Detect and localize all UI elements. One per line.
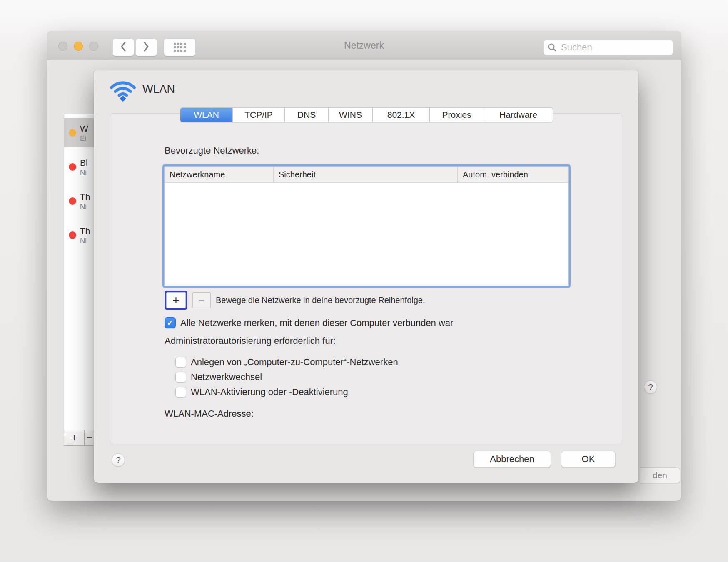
grid-icon xyxy=(174,43,186,52)
sidebar-item-wlan[interactable]: W Ei xyxy=(64,118,94,147)
sidebar-item-2[interactable]: Bl Ni xyxy=(64,152,94,182)
close-window-button[interactable] xyxy=(58,42,67,51)
tab-hardware[interactable]: Hardware xyxy=(484,108,553,122)
service-status: Ei xyxy=(80,134,88,143)
ok-button[interactable]: OK xyxy=(561,451,616,468)
tab-wlan[interactable]: WLAN xyxy=(180,108,233,122)
chevron-right-icon xyxy=(142,41,150,54)
remove-service-button[interactable]: − xyxy=(85,430,94,445)
add-network-button[interactable]: + xyxy=(166,292,186,308)
window-help-button[interactable]: ? xyxy=(644,380,657,394)
service-status: Ni xyxy=(80,236,90,245)
tab-proxies[interactable]: Proxies xyxy=(430,108,484,122)
tab-dns[interactable]: DNS xyxy=(285,108,329,122)
admin-option-row: Anlegen von „Computer-zu-Computer“-Netzw… xyxy=(175,357,398,368)
titlebar: Netzwerk xyxy=(47,31,681,60)
admin-option-row: Netzwerkwechsel xyxy=(175,372,262,383)
status-dot-red xyxy=(69,231,76,239)
cancel-button[interactable]: Abbrechen xyxy=(473,451,551,468)
tab-tcpip[interactable]: TCP/IP xyxy=(233,108,285,122)
remember-networks-checkbox[interactable] xyxy=(165,317,176,328)
sidebar-item-4[interactable]: Th Ni xyxy=(64,221,94,250)
remember-networks-label: Alle Netzwerke merken, mit denen dieser … xyxy=(180,318,453,328)
column-header-sicherheit[interactable]: Sicherheit xyxy=(274,167,458,182)
column-header-autom-verbinden[interactable]: Autom. verbinden xyxy=(458,167,568,182)
back-button[interactable] xyxy=(112,38,134,56)
change-networks-label: Netzwerkwechsel xyxy=(191,372,262,383)
create-computer-networks-checkbox[interactable] xyxy=(175,357,186,368)
add-service-button[interactable]: + xyxy=(64,430,85,445)
admin-option-row: WLAN-Aktivierung oder -Deaktivierung xyxy=(175,387,348,398)
search-icon xyxy=(548,43,557,52)
search-field[interactable] xyxy=(543,40,673,55)
column-header-netzwerkname[interactable]: Netzwerkname xyxy=(165,167,274,182)
table-header: Netzwerkname Sicherheit Autom. verbinden xyxy=(165,167,568,183)
network-preferences-window: Netzwerk W Ei Bl Ni Th xyxy=(47,31,681,501)
preferred-networks-label: Bevorzugte Netzwerke: xyxy=(165,145,259,156)
sidebar-action-bar: + − xyxy=(64,430,95,446)
tab-wins[interactable]: WINS xyxy=(329,108,373,122)
service-status: Ni xyxy=(80,202,90,211)
sidebar-item-3[interactable]: Th Ni xyxy=(64,187,94,216)
status-dot-red xyxy=(69,197,76,205)
remove-network-button[interactable]: − xyxy=(192,292,211,308)
wifi-icon xyxy=(110,76,136,104)
sheet-help-button[interactable]: ? xyxy=(112,453,125,467)
network-services-sidebar: W Ei Bl Ni Th Ni Th Ni xyxy=(64,114,95,430)
sheet-title: WLAN xyxy=(142,83,175,96)
mac-address-label: WLAN-MAC-Adresse: xyxy=(165,408,254,419)
remember-networks-row: Alle Netzwerke merken, mit denen dieser … xyxy=(165,317,453,328)
preferred-networks-table[interactable]: Netzwerkname Sicherheit Autom. verbinden xyxy=(164,166,569,286)
service-name: Th xyxy=(80,226,90,236)
change-networks-checkbox[interactable] xyxy=(175,372,186,383)
chevron-left-icon xyxy=(120,41,127,54)
apply-button-fragment[interactable]: den xyxy=(640,467,680,483)
wlan-on-off-label: WLAN-Aktivierung oder -Deaktivierung xyxy=(191,387,348,398)
admin-authorization-label: Administratorautorisierung erforderlich … xyxy=(165,336,336,346)
create-computer-networks-label: Anlegen von „Computer-zu-Computer“-Netzw… xyxy=(191,357,398,368)
service-name: W xyxy=(80,123,88,134)
service-name: Th xyxy=(80,191,90,202)
tab-bar: WLAN TCP/IP DNS WINS 802.1X Proxies Hard… xyxy=(180,107,553,122)
service-name: Bl xyxy=(80,157,88,168)
zoom-window-button[interactable] xyxy=(89,42,98,51)
tab-8021x[interactable]: 802.1X xyxy=(373,108,430,122)
service-status: Ni xyxy=(80,168,88,177)
forward-button[interactable] xyxy=(135,38,157,56)
status-dot-red xyxy=(69,163,76,171)
show-all-preferences-button[interactable] xyxy=(164,38,196,56)
wlan-advanced-sheet: WLAN WLAN TCP/IP DNS WINS 802.1X Proxies… xyxy=(94,70,638,483)
minimize-window-button[interactable] xyxy=(74,42,83,51)
search-input[interactable] xyxy=(560,42,669,53)
reorder-hint-text: Bewege die Netzwerke in deine bevorzugte… xyxy=(216,296,425,305)
wlan-on-off-checkbox[interactable] xyxy=(175,387,186,398)
status-dot-amber xyxy=(69,129,76,137)
